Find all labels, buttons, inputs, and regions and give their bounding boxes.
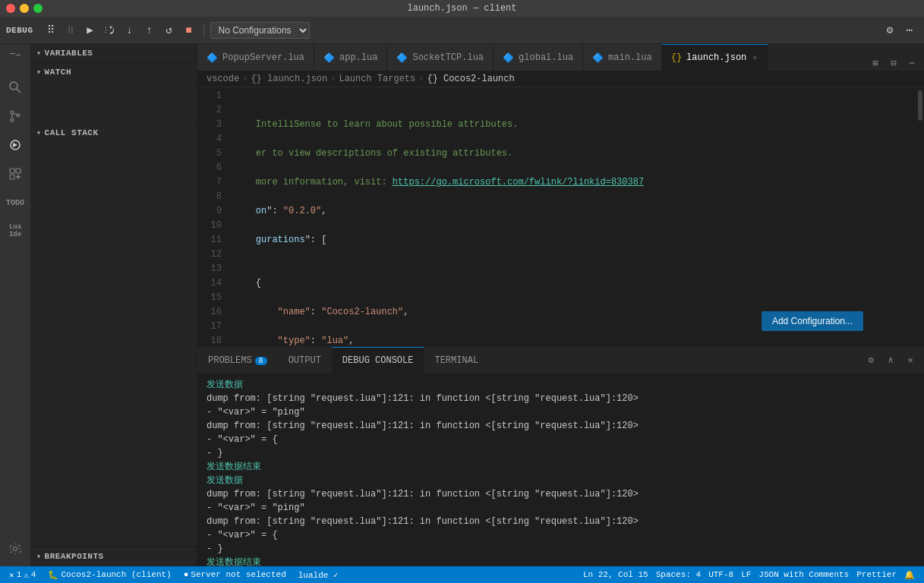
minimap xyxy=(871,87,916,346)
tab-close-launch[interactable]: ✕ xyxy=(751,52,758,64)
search-icon[interactable] xyxy=(4,76,27,99)
close-button[interactable] xyxy=(6,4,15,13)
variables-section: ▾ VARIABLES xyxy=(30,44,197,63)
server-status[interactable]: ● Server not selected xyxy=(181,566,289,583)
debug-toolbar: DEBUG ⠿ ⏸ ▶ ↓ ↑ ↺ ■ No Configurations ⚙ … xyxy=(0,17,924,44)
svg-point-3 xyxy=(11,118,14,121)
console-line: - } xyxy=(207,542,915,556)
collapse-panel-icon[interactable]: ∧ xyxy=(883,353,898,368)
breadcrumb-cocos: {} Cocos2-launch xyxy=(427,74,514,84)
console-line: 发送数据 xyxy=(207,378,915,392)
error-count: 1 xyxy=(17,570,22,579)
filter-icon[interactable]: ⚙ xyxy=(863,353,878,368)
console-line: - "<var>" = { xyxy=(207,433,915,446)
scroll-indicator[interactable] xyxy=(916,87,924,346)
spaces-status[interactable]: Spaces: 4 xyxy=(653,570,704,579)
editor-area: 🔷 PopupServer.lua 🔷 app.lua 🔷 SocketTCP.… xyxy=(197,44,924,566)
close-panel-icon[interactable]: ✕ xyxy=(903,353,918,368)
formatter-status[interactable]: Prettier xyxy=(853,570,900,579)
debug-console-tab[interactable]: DEBUG CONSOLE xyxy=(332,347,424,373)
console-output[interactable]: 发送数据 dump from: [string "request.lua"]:1… xyxy=(197,373,924,566)
step-into-button[interactable]: ↓ xyxy=(121,22,138,39)
problems-badge: 8 xyxy=(255,357,267,365)
drag-icon: ⠿ xyxy=(43,22,59,39)
tab-label-global: global.lua xyxy=(519,52,573,63)
encoding-status[interactable]: UTF-8 xyxy=(705,570,736,579)
tab-label-socket: SocketTCP.lua xyxy=(412,52,484,63)
minimize-button[interactable] xyxy=(20,4,29,13)
restart-button[interactable]: ↺ xyxy=(161,22,178,39)
encoding-label: UTF-8 xyxy=(708,570,733,579)
breakpoints-chevron: ▾ xyxy=(36,552,42,561)
step-over-button[interactable] xyxy=(102,22,118,39)
explorer-icon[interactable] xyxy=(4,47,27,70)
tabs-actions: ⊞ ⊟ ⋯ xyxy=(863,55,924,71)
scroll-thumb[interactable] xyxy=(918,90,922,121)
notification-icon[interactable]: 🔔 xyxy=(901,570,918,580)
editor-scroll[interactable]: 12345 678910 1112131415 1617181920 21222… xyxy=(197,87,924,346)
settings-icon[interactable]: ⚙ xyxy=(881,22,898,39)
todo-icon[interactable]: TODO xyxy=(4,191,27,214)
console-line: 发送数据结束 xyxy=(207,460,915,474)
pause-button[interactable]: ⏸ xyxy=(62,22,79,39)
collapse-icon[interactable]: ⊟ xyxy=(886,55,901,71)
terminal-tab[interactable]: TERMINAL xyxy=(424,347,489,373)
tab-label-main: main.lua xyxy=(608,52,652,63)
more-tabs-icon[interactable]: ⋯ xyxy=(904,55,919,71)
lua-status[interactable]: lualde ✓ xyxy=(295,566,342,583)
lua-ide-icon[interactable]: LuaIde xyxy=(4,220,27,243)
problems-tab[interactable]: PROBLEMS 8 xyxy=(197,347,278,373)
breakpoints-header[interactable]: ▾ BREAKPOINTS xyxy=(30,547,197,566)
console-line: dump from: [string "request.lua"]:121: i… xyxy=(207,392,915,405)
console-line: 发送数据 xyxy=(207,474,915,487)
terminal-label: TERMINAL xyxy=(434,355,478,366)
bottom-panel: PROBLEMS 8 OUTPUT DEBUG CONSOLE TERMINAL… xyxy=(197,346,924,566)
stop-button[interactable]: ■ xyxy=(181,22,197,39)
add-configuration-button[interactable]: Add Configuration... xyxy=(762,311,863,331)
tab-global[interactable]: 🔷 global.lua xyxy=(494,44,583,71)
variables-header[interactable]: ▾ VARIABLES xyxy=(30,44,197,62)
error-icon: ✕ xyxy=(9,570,14,580)
continue-button[interactable]: ▶ xyxy=(82,22,99,39)
language-status[interactable]: JSON with Comments xyxy=(755,570,852,579)
config-dropdown[interactable]: No Configurations xyxy=(210,22,310,39)
server-status-label: Server not selected xyxy=(191,570,285,579)
source-control-icon[interactable] xyxy=(4,105,27,128)
watch-header[interactable]: ▾ WATCH xyxy=(30,63,197,81)
tab-main[interactable]: 🔷 main.lua xyxy=(583,44,662,71)
error-status[interactable]: ✕ 1 ⚠ 4 xyxy=(6,566,39,583)
breakpoints-label: BREAKPOINTS xyxy=(45,552,104,561)
step-out-button[interactable]: ↑ xyxy=(141,22,158,39)
output-tab[interactable]: OUTPUT xyxy=(278,347,332,373)
extensions-icon[interactable] xyxy=(4,162,27,185)
debug-label: DEBUG xyxy=(6,26,33,35)
tab-socket[interactable]: 🔷 SocketTCP.lua xyxy=(387,44,494,71)
svg-rect-7 xyxy=(16,169,20,173)
minimap-canvas xyxy=(871,87,916,346)
more-icon[interactable]: ⋯ xyxy=(901,22,918,39)
formatter-label: Prettier xyxy=(856,570,897,579)
settings-gear-icon[interactable] xyxy=(4,537,27,560)
lua-icon-global: 🔷 xyxy=(503,52,514,64)
server-icon: ● xyxy=(184,570,189,579)
split-editor-icon[interactable]: ⊞ xyxy=(868,55,883,71)
cursor-position[interactable]: Ln 22, Col 15 xyxy=(580,570,651,579)
call-stack-label: CALL STACK xyxy=(45,128,99,137)
maximize-button[interactable] xyxy=(33,4,43,13)
tab-app[interactable]: 🔷 app.lua xyxy=(314,44,387,71)
tab-popupserver[interactable]: 🔷 PopupServer.lua xyxy=(197,44,314,71)
call-stack-header[interactable]: ▾ CALL STACK xyxy=(30,124,197,142)
launch-config-status[interactable]: 🐛 Cocos2-launch (client) xyxy=(45,566,174,583)
warning-count: 4 xyxy=(31,570,36,579)
console-line: 发送数据结束 xyxy=(207,556,915,566)
variables-chevron: ▾ xyxy=(36,49,42,58)
debug-icon[interactable] xyxy=(4,134,27,156)
status-bar: ✕ 1 ⚠ 4 🐛 Cocos2-launch (client) ● Serve… xyxy=(0,566,924,583)
problems-label: PROBLEMS xyxy=(208,355,252,366)
editor-code[interactable]: IntelliSense to learn about possible att… xyxy=(228,87,871,346)
tab-launch[interactable]: {} launch.json ✕ xyxy=(662,44,769,71)
line-ending-label: LF xyxy=(741,570,751,579)
status-right: Ln 22, Col 15 Spaces: 4 UTF-8 LF JSON wi… xyxy=(580,570,918,580)
console-line: dump from: [string "request.lua"]:121: i… xyxy=(207,487,915,501)
line-ending-status[interactable]: LF xyxy=(738,570,754,579)
